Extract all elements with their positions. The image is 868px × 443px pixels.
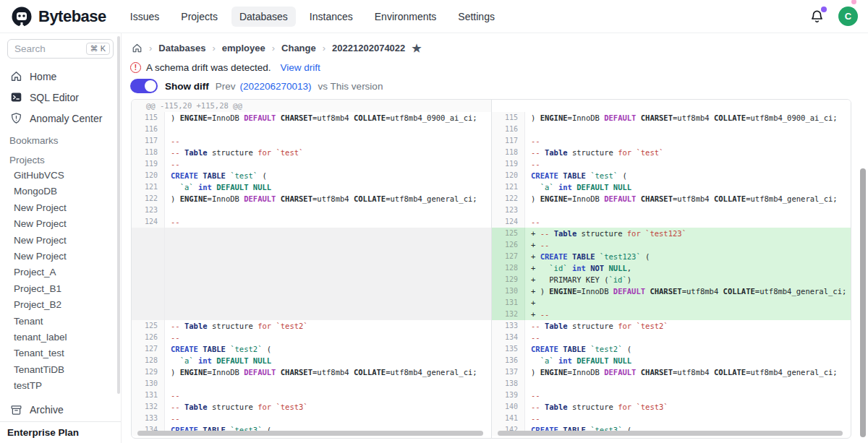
diff-line: 133-- — [132, 413, 491, 424]
sidebar-project-item[interactable]: TiDB Cloud — [0, 395, 121, 397]
sidebar-item-label: Anomaly Center — [30, 113, 102, 124]
diff-line: 129+ PRIMARY KEY (`id`) — [492, 274, 851, 285]
sidebar-project-item[interactable]: New Project — [0, 249, 121, 264]
code-text: -- Table structure for `test3` — [525, 401, 851, 413]
sidebar-scrollbar[interactable] — [117, 36, 120, 394]
vertical-scrollbar[interactable] — [860, 168, 866, 437]
sidebar-item-anomaly-center[interactable]: Anomaly Center — [0, 108, 121, 129]
status-dot — [851, 0, 856, 4]
horizontal-scrollbar[interactable] — [498, 431, 843, 436]
bytebase-logo[interactable]: Bytebase — [10, 5, 106, 28]
diff-line: 120CREATE TABLE `test` ( — [492, 170, 851, 181]
horizontal-scrollbar[interactable] — [137, 431, 483, 436]
diff-line: 119-- — [132, 158, 491, 170]
sidebar-project-item[interactable]: Tenant_test — [0, 345, 121, 361]
nav-item-issues[interactable]: Issues — [122, 7, 167, 27]
sidebar-project-item[interactable]: TenantTiDB — [0, 362, 121, 378]
diff-line — [132, 251, 491, 262]
diff-line: 126+ -- — [492, 239, 851, 251]
diff-line: 117-- — [132, 135, 491, 147]
code-text: `a` int DEFAULT NULL — [165, 355, 491, 366]
diff-line: 115) ENGINE=InnoDB DEFAULT CHARSET=utf8m… — [492, 112, 851, 124]
nav-item-databases[interactable]: Databases — [231, 7, 296, 27]
diff-line: 127+ CREATE TABLE `test123` ( — [492, 251, 851, 262]
prev-version-link[interactable]: (202206270013) — [240, 81, 312, 92]
sidebar-section-projects[interactable]: Projects — [0, 148, 121, 168]
sidebar-item-archive[interactable]: Archive — [0, 398, 121, 421]
diff-viewer: @@ -115,20 +115,28 @@115) ENGINE=InnoDB … — [131, 99, 851, 439]
sidebar-project-item[interactable]: Tenant — [0, 314, 121, 330]
nav-item-projects[interactable]: Projects — [173, 7, 226, 27]
line-number: 134 — [492, 332, 525, 343]
line-number: 130 — [492, 285, 525, 297]
code-text: -- — [165, 216, 491, 228]
view-drift-link[interactable]: View drift — [281, 62, 320, 73]
code-text: -- — [165, 332, 491, 343]
diff-line: 127CREATE TABLE `test2` ( — [132, 343, 491, 355]
sidebar-item-sql-editor[interactable]: SQL Editor — [0, 87, 121, 108]
line-number: 131 — [492, 297, 525, 309]
line-number: 128 — [132, 355, 165, 366]
diff-line — [132, 239, 491, 251]
line-number: 127 — [492, 251, 525, 262]
top-navbar: Bytebase IssuesProjectsDatabasesInstance… — [0, 0, 868, 33]
sidebar-project-item[interactable]: New Project — [0, 233, 121, 249]
diff-line: 121 `a` int DEFAULT NULL — [132, 181, 491, 193]
notifications-button[interactable] — [809, 9, 825, 25]
terminal-icon — [10, 91, 22, 103]
diff-line: 116 — [492, 124, 851, 135]
diff-line: 122) ENGINE=InnoDB DEFAULT CHARSET=utf8m… — [132, 193, 491, 205]
diff-line — [132, 274, 491, 285]
bookmark-star-icon[interactable]: ★ — [412, 43, 421, 53]
breadcrumb-item[interactable]: employee — [222, 43, 265, 53]
diff-line: 119-- — [492, 158, 851, 170]
search-box[interactable]: ⌘ K — [7, 39, 114, 59]
show-diff-toggle[interactable] — [130, 79, 158, 93]
diff-line: 135CREATE TABLE `test2` ( — [492, 343, 851, 355]
nav-item-settings[interactable]: Settings — [450, 7, 503, 27]
code-text: ) ENGINE=InnoDB DEFAULT CHARSET=utf8mb4 … — [525, 366, 851, 378]
nav-item-instances[interactable]: Instances — [302, 7, 361, 27]
sidebar-project-item[interactable]: GitHubVCS — [0, 168, 121, 184]
diff-line: 118-- Table structure for `test` — [492, 147, 851, 158]
sidebar-project-item[interactable]: New Project — [0, 216, 121, 232]
diff-toolbar: Show diff Prev (202206270013) vs This ve… — [130, 79, 383, 93]
line-number: 136 — [492, 355, 525, 366]
search-input[interactable] — [14, 43, 86, 54]
sidebar-project-item[interactable]: Project_A — [0, 264, 121, 280]
sidebar-project-item[interactable]: MongoDB — [0, 184, 121, 199]
sidebar-project-item[interactable]: tenant_label — [0, 330, 121, 345]
home-icon[interactable] — [132, 43, 142, 53]
sidebar-item-home[interactable]: Home — [0, 66, 121, 87]
code-text: CREATE TABLE `test` ( — [525, 170, 851, 181]
diff-line: 139-- — [492, 390, 851, 401]
diff-line: 131-- — [132, 390, 491, 401]
line-number: 115 — [492, 112, 525, 124]
diff-pane-current: 115) ENGINE=InnoDB DEFAULT CHARSET=utf8m… — [491, 100, 851, 438]
diff-line — [492, 100, 851, 112]
diff-line: 129) ENGINE=InnoDB DEFAULT CHARSET=utf8m… — [132, 366, 491, 378]
sidebar-project-item[interactable]: New Project — [0, 200, 121, 216]
breadcrumb-item[interactable]: Databases — [158, 43, 205, 53]
diff-line: 123 — [492, 205, 851, 216]
sidebar-project-item[interactable]: testTP — [0, 378, 121, 394]
line-number: 138 — [492, 378, 525, 390]
diff-line — [132, 285, 491, 297]
sidebar-section-bookmarks[interactable]: Bookmarks — [0, 129, 121, 148]
diff-line: 123 — [132, 205, 491, 216]
sidebar-project-item[interactable]: Project_B1 — [0, 281, 121, 297]
breadcrumb-item[interactable]: Change — [281, 43, 316, 53]
code-text: + `id` int NOT NULL, — [525, 262, 851, 274]
diff-line: 115) ENGINE=InnoDB DEFAULT CHARSET=utf8m… — [132, 112, 491, 124]
breadcrumb-item[interactable]: 20221202074022 — [332, 43, 405, 53]
code-text: -- — [165, 135, 491, 147]
diff-line: 117-- — [492, 135, 851, 147]
diff-line: 137) ENGINE=InnoDB DEFAULT CHARSET=utf8m… — [492, 366, 851, 378]
avatar[interactable]: C — [838, 7, 858, 26]
nav-item-environments[interactable]: Environments — [367, 7, 445, 27]
sidebar-project-item[interactable]: Project_B2 — [0, 297, 121, 313]
code-text: ) ENGINE=InnoDB DEFAULT CHARSET=utf8mb4 … — [165, 193, 491, 205]
sidebar-project-list: GitHubVCSMongoDBNew ProjectNew ProjectNe… — [0, 168, 121, 397]
code-text: `a` int DEFAULT NULL — [165, 181, 491, 193]
line-number: 118 — [132, 147, 165, 158]
